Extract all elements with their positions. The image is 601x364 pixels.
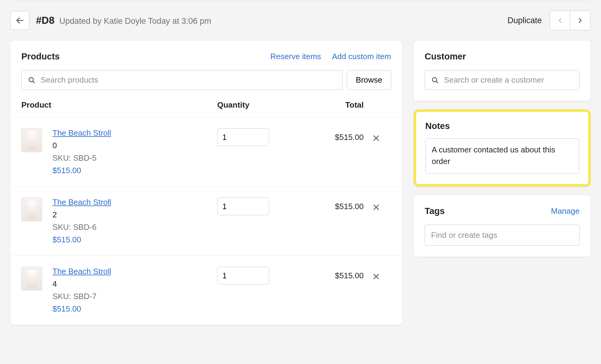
product-row: The Beach Stroll 4 SKU: SBD-7 $515.00 ▲ …: [10, 256, 402, 325]
product-search[interactable]: [21, 70, 343, 90]
tags-input[interactable]: [425, 225, 580, 246]
notes-title: Notes: [425, 121, 579, 131]
next-button[interactable]: [570, 11, 590, 30]
row-total: $515.00: [287, 267, 367, 280]
product-sku: SKU: SBD-7: [52, 292, 111, 301]
prev-button[interactable]: [550, 11, 570, 30]
product-variant: 0: [52, 141, 111, 150]
quantity-input[interactable]: [218, 129, 269, 146]
tags-title: Tags: [425, 206, 445, 216]
products-table-head: Product Quantity Total: [10, 100, 402, 117]
remove-row-button[interactable]: [372, 131, 386, 145]
remove-row-button[interactable]: [372, 270, 386, 283]
manage-tags-link[interactable]: Manage: [551, 206, 580, 216]
chevron-left-icon: [556, 16, 564, 24]
duplicate-button[interactable]: Duplicate: [507, 16, 542, 25]
quantity-stepper[interactable]: ▲ ▼: [217, 198, 269, 215]
reserve-items-link[interactable]: Reserve items: [270, 52, 321, 61]
close-icon: [372, 203, 380, 211]
page-header: #D8 Updated by Katie Doyle Today at 3:06…: [10, 11, 591, 30]
product-sku: SKU: SBD-5: [52, 153, 111, 163]
svg-line-10: [436, 81, 437, 83]
row-total: $515.00: [287, 128, 367, 142]
th-product: Product: [21, 100, 208, 110]
search-icon: [431, 76, 439, 84]
products-card: Products Reserve items Add custom item B…: [10, 41, 402, 325]
product-thumbnail: [21, 267, 42, 291]
remove-row-button[interactable]: [372, 201, 386, 214]
products-title: Products: [21, 52, 60, 62]
product-name-link[interactable]: The Beach Stroll: [52, 128, 111, 138]
back-button[interactable]: [10, 11, 29, 30]
th-quantity: Quantity: [208, 100, 287, 110]
product-row: The Beach Stroll 0 SKU: SBD-5 $515.00 ▲ …: [10, 117, 402, 187]
product-row: The Beach Stroll 2 SKU: SBD-6 $515.00 ▲ …: [10, 187, 402, 256]
notes-textarea[interactable]: [425, 138, 579, 174]
product-variant: 2: [52, 210, 111, 219]
product-name-link[interactable]: The Beach Stroll: [52, 267, 111, 276]
product-search-input[interactable]: [41, 75, 336, 85]
order-title: #D8: [36, 15, 55, 26]
customer-title: Customer: [425, 52, 580, 62]
close-icon: [372, 134, 380, 142]
close-icon: [372, 273, 380, 280]
customer-search-input[interactable]: [444, 75, 573, 85]
order-meta: Updated by Katie Doyle Today at 3:06 pm: [59, 16, 211, 26]
product-thumbnail: [21, 198, 42, 221]
quantity-input[interactable]: [218, 198, 269, 215]
pager: [550, 11, 591, 30]
browse-button[interactable]: Browse: [347, 70, 391, 90]
product-price: $515.00: [52, 235, 111, 244]
product-price: $515.00: [52, 304, 111, 314]
notes-card: Notes: [414, 109, 591, 187]
tags-card: Tags Manage: [414, 195, 591, 257]
add-custom-item-link[interactable]: Add custom item: [332, 52, 391, 61]
svg-line-2: [33, 81, 34, 83]
product-variant: 4: [52, 279, 111, 289]
customer-card: Customer: [414, 41, 591, 101]
product-sku: SKU: SBD-6: [52, 223, 111, 232]
arrow-left-icon: [15, 16, 24, 25]
chevron-right-icon: [576, 16, 584, 24]
quantity-stepper[interactable]: ▲ ▼: [217, 267, 269, 284]
product-price: $515.00: [52, 166, 111, 175]
search-icon: [28, 76, 36, 84]
product-thumbnail: [21, 128, 42, 152]
row-total: $515.00: [287, 198, 367, 211]
customer-search[interactable]: [425, 70, 580, 90]
product-name-link[interactable]: The Beach Stroll: [52, 198, 111, 207]
th-total: Total: [287, 100, 367, 110]
quantity-input[interactable]: [218, 267, 269, 284]
quantity-stepper[interactable]: ▲ ▼: [217, 128, 269, 146]
